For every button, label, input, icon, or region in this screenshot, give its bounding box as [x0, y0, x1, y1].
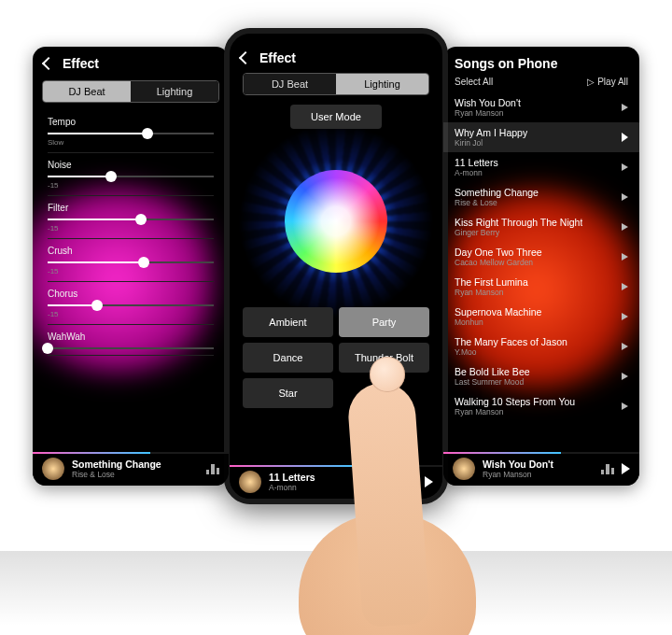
- slider-thumb[interactable]: [105, 171, 117, 182]
- slider-label: Filter: [48, 203, 214, 213]
- song-title: Something Change: [455, 187, 539, 198]
- slider-track[interactable]: [48, 219, 214, 220]
- play-song-icon[interactable]: [622, 343, 628, 350]
- song-title: Day One Two Three: [455, 247, 542, 258]
- equalizer-icon[interactable]: [206, 463, 219, 474]
- slider-value: -15: [48, 181, 214, 190]
- back-icon[interactable]: [42, 57, 55, 70]
- tab-lighting[interactable]: Lighting: [336, 74, 428, 94]
- song-row[interactable]: Be Bold Like BeeLast Summer Mood: [443, 361, 639, 391]
- np-artist: Rise & Lose: [72, 470, 199, 479]
- slider-value: -15: [48, 267, 214, 275]
- np-title: Something Change: [72, 459, 199, 470]
- play-icon[interactable]: [425, 476, 433, 487]
- lighting-mode-star[interactable]: Star: [243, 378, 333, 408]
- song-title: Wish You Don't: [455, 97, 521, 108]
- page-title: Effect: [63, 56, 99, 71]
- album-art-icon: [453, 458, 475, 480]
- song-row[interactable]: The Many Faces of JasonY.Moo: [443, 332, 639, 361]
- song-row[interactable]: 11 LettersA-monn: [443, 152, 639, 182]
- song-artist: Ryan Manson: [455, 108, 521, 118]
- tab-lighting[interactable]: Lighting: [131, 81, 218, 102]
- slider-track[interactable]: [48, 304, 214, 306]
- song-title: Why Am I Happy: [455, 127, 527, 138]
- slider-track[interactable]: [48, 261, 214, 263]
- color-wheel-area: [230, 144, 442, 298]
- play-icon[interactable]: [622, 463, 630, 474]
- slider-label: WahWah: [48, 332, 214, 342]
- play-song-icon[interactable]: [622, 373, 628, 380]
- song-row[interactable]: Why Am I HappyKirin Jol: [443, 122, 639, 152]
- slider-label: Crush: [48, 246, 214, 256]
- select-all-button[interactable]: Select All: [455, 77, 493, 87]
- slider-track[interactable]: [48, 133, 214, 134]
- song-title: Kiss Right Through The Night: [455, 217, 582, 228]
- play-song-icon[interactable]: [622, 163, 628, 171]
- lighting-mode-party[interactable]: Party: [339, 307, 429, 337]
- slider-wahwah: WahWah: [48, 325, 214, 356]
- slider-tempo: TempoSlow: [48, 110, 214, 153]
- song-title: The Many Faces of Jason: [455, 336, 567, 347]
- slider-chorus: Chorus-15: [48, 282, 214, 325]
- slider-thumb[interactable]: [142, 128, 153, 139]
- play-song-icon[interactable]: [622, 193, 628, 201]
- play-song-icon[interactable]: [622, 223, 628, 231]
- play-all-button[interactable]: ▷ Play All: [587, 77, 628, 87]
- user-mode-button[interactable]: User Mode: [290, 105, 382, 129]
- effect-tabs: DJ Beat Lighting: [42, 80, 219, 103]
- song-row[interactable]: Supernova MachineMonhun: [443, 302, 639, 332]
- song-artist: Ginger Berry: [455, 228, 582, 237]
- song-row[interactable]: Wish You Don'tRyan Manson: [443, 92, 639, 122]
- now-playing-bar[interactable]: Wish You Don't Ryan Manson: [443, 452, 639, 486]
- play-song-icon[interactable]: [622, 104, 628, 111]
- slider-thumb[interactable]: [135, 214, 147, 225]
- np-title: Wish You Don't: [483, 459, 594, 470]
- song-row[interactable]: The First LuminaRyan Manson: [443, 272, 639, 302]
- song-title: Be Bold Like Bee: [455, 366, 530, 377]
- play-song-icon[interactable]: [622, 283, 628, 290]
- slider-noise: Noise-15: [48, 153, 214, 196]
- equalizer-icon[interactable]: [601, 463, 614, 474]
- effect-tabs: DJ Beat Lighting: [243, 73, 429, 95]
- page-title: Effect: [259, 50, 296, 65]
- lighting-mode-dance[interactable]: Dance: [243, 343, 333, 373]
- song-row[interactable]: Walking 10 Steps From YouRyan Manson: [443, 391, 639, 421]
- back-icon[interactable]: [239, 51, 252, 64]
- lighting-mode-ambient[interactable]: Ambient: [243, 307, 333, 337]
- slider-value: Slow: [48, 138, 214, 147]
- song-artist: Y.Moo: [455, 347, 567, 357]
- song-title: The First Lumina: [455, 276, 528, 288]
- slider-value: -15: [48, 224, 214, 233]
- album-art-icon: [42, 458, 64, 480]
- song-row[interactable]: Something ChangeRise & Lose: [443, 182, 639, 212]
- song-artist: A-monn: [455, 168, 498, 177]
- color-wheel[interactable]: [285, 170, 387, 273]
- slider-track[interactable]: [48, 347, 214, 349]
- np-artist: Ryan Manson: [483, 470, 594, 479]
- song-row[interactable]: Day One Two ThreeCacao Mellow Garden: [443, 242, 639, 272]
- slider-label: Noise: [48, 160, 214, 170]
- slider-crush: Crush-15: [48, 239, 214, 282]
- slider-filter: Filter-15: [48, 196, 214, 239]
- slider-label: Chorus: [48, 289, 214, 299]
- slider-thumb[interactable]: [42, 343, 53, 354]
- tab-djbeat[interactable]: DJ Beat: [43, 81, 131, 102]
- phone-djbeat: Effect DJ Beat Lighting TempoSlowNoise-1…: [33, 47, 229, 486]
- play-song-icon[interactable]: [622, 253, 628, 261]
- song-title: Supernova Machine: [455, 306, 541, 318]
- now-playing-bar[interactable]: Something Change Rise & Lose: [33, 452, 229, 486]
- song-artist: Rise & Lose: [455, 198, 539, 207]
- play-song-icon[interactable]: [622, 133, 628, 142]
- song-artist: Last Summer Mood: [455, 377, 530, 387]
- song-row[interactable]: Kiss Right Through The NightGinger Berry: [443, 212, 639, 242]
- play-song-icon[interactable]: [622, 402, 628, 410]
- song-artist: Cacao Mellow Garden: [455, 258, 542, 267]
- tab-djbeat[interactable]: DJ Beat: [244, 74, 336, 94]
- album-art-icon: [239, 471, 261, 493]
- play-song-icon[interactable]: [622, 313, 628, 320]
- slider-track[interactable]: [48, 176, 214, 177]
- phone-songs: Songs on Phone Select All ▷ Play All Wis…: [443, 47, 639, 486]
- camera-notch-icon: [332, 37, 340, 45]
- slider-value: -15: [48, 310, 214, 318]
- song-title: Walking 10 Steps From You: [455, 396, 575, 407]
